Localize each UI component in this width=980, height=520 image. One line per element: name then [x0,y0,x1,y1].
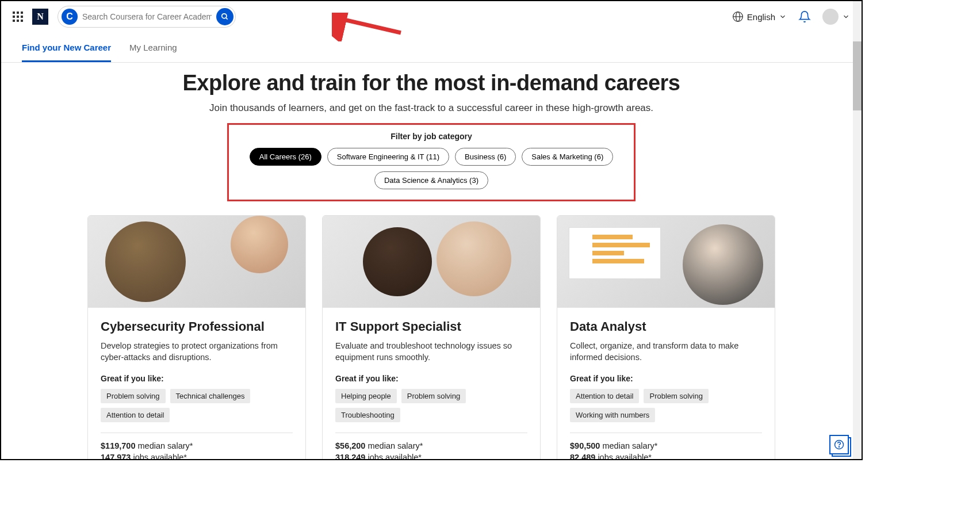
filter-pill-software[interactable]: Software Engineering & IT (11) [327,148,449,166]
language-label: English [747,12,775,22]
filter-pill-business[interactable]: Business (6) [455,148,516,166]
career-card[interactable]: Data Analyst Collect, organize, and tran… [557,215,775,460]
search-icon [221,13,229,21]
filter-pills: All Careers (26) Software Engineering & … [236,148,627,189]
chevron-down-icon [779,13,787,21]
skill-tag: Working with numbers [570,408,655,422]
salary-stat: $119,700 median salary* [101,441,293,450]
great-if-label: Great if you like: [570,374,762,383]
skill-tags: Helping peopleProblem solvingTroubleshoo… [335,389,527,422]
card-title: Cybersecurity Professional [101,319,293,334]
salary-stat: $56,200 median salary* [335,441,527,450]
apps-grid-icon[interactable] [13,12,23,22]
jobs-stat: 318,249 jobs available* [335,453,527,460]
card-image [88,216,305,308]
card-description: Collect, organize, and transform data to… [570,340,762,364]
scrollbar-thumb[interactable] [853,41,862,110]
salary-stat: $90,500 median salary* [570,441,762,450]
user-menu[interactable] [822,9,850,25]
filter-pill-sales[interactable]: Sales & Marketing (6) [522,148,613,166]
institution-logo[interactable]: N [32,9,48,25]
notifications-icon[interactable] [798,10,811,23]
career-card[interactable]: IT Support Specialist Evaluate and troub… [322,215,541,460]
scrollbar-track[interactable] [853,1,862,459]
card-title: Data Analyst [570,319,762,334]
filter-section: Filter by job category All Careers (26) … [227,123,636,201]
skill-tag: Attention to detail [570,389,639,403]
globe-icon [732,11,744,22]
career-card[interactable]: Cybersecurity Professional Develop strat… [87,215,306,460]
page-title: Explore and train for the most in-demand… [1,71,862,95]
filter-pill-data[interactable]: Data Science & Analytics (3) [374,171,488,189]
card-title: IT Support Specialist [335,319,527,334]
great-if-label: Great if you like: [101,374,293,383]
main-tabs: Find your New Career My Learning [1,37,862,63]
skill-tags: Attention to detailProblem solvingWorkin… [570,389,762,422]
svg-line-1 [226,18,228,20]
skill-tag: Technical challenges [170,389,251,403]
tab-my-learning[interactable]: My Learning [129,37,177,62]
help-icon [834,439,844,450]
search-button[interactable] [216,8,233,25]
card-description: Develop strategies to protect organizati… [101,340,293,364]
filter-label: Filter by job category [236,132,627,141]
skill-tags: Problem solvingTechnical challengesAtten… [101,389,293,422]
search-container: C [58,6,236,28]
help-button[interactable] [829,435,849,454]
skill-tag: Attention to detail [101,408,170,422]
jobs-stat: 147,973 jobs available* [101,453,293,460]
skill-tag: Problem solving [644,389,709,403]
page-subtitle: Join thousands of learners, and get on t… [1,102,862,114]
language-selector[interactable]: English [732,11,787,22]
skill-tag: Problem solving [101,389,166,403]
search-input[interactable] [78,10,216,24]
header: N C English [1,1,862,32]
svg-point-0 [222,14,227,18]
card-description: Evaluate and troubleshoot technology iss… [335,340,527,364]
skill-tag: Helping people [335,389,397,403]
tab-find-career[interactable]: Find your New Career [22,37,111,62]
chevron-down-icon [842,13,850,21]
jobs-stat: 82,489 jobs available* [570,453,762,460]
skill-tag: Problem solving [401,389,466,403]
career-cards: Cybersecurity Professional Develop strat… [1,215,862,460]
skill-tag: Troubleshooting [335,408,400,422]
svg-point-8 [839,446,839,447]
great-if-label: Great if you like: [335,374,527,383]
card-image [323,216,540,308]
card-image [557,216,775,308]
coursera-logo-icon: C [62,9,78,25]
avatar [822,9,839,25]
filter-pill-all[interactable]: All Careers (26) [250,148,321,166]
